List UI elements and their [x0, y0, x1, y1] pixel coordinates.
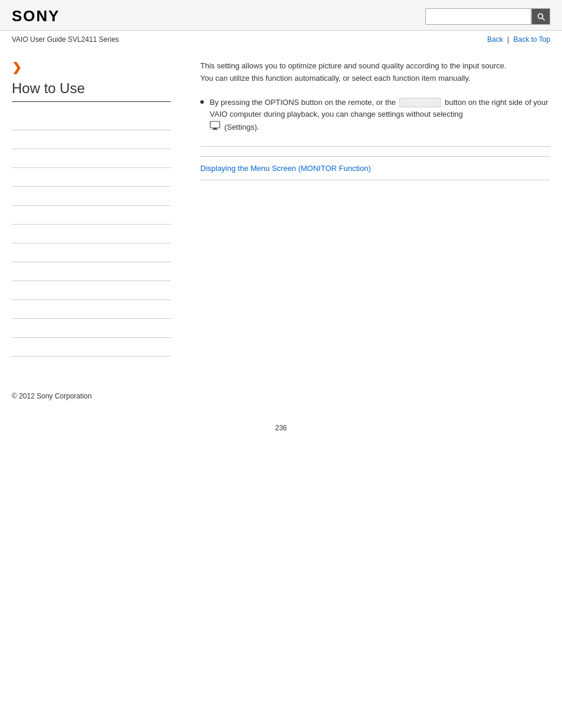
list-item[interactable] [12, 243, 171, 262]
settings-icon [210, 121, 220, 134]
list-item[interactable] [12, 187, 171, 206]
search-icon [536, 12, 546, 21]
search-button[interactable] [531, 8, 550, 25]
svg-rect-0 [210, 121, 220, 128]
list-item[interactable] [12, 225, 171, 243]
svg-rect-1 [213, 128, 217, 129]
list-item[interactable] [12, 130, 171, 149]
sidebar-chevron-icon: ❯ [12, 60, 171, 74]
list-item[interactable] [12, 281, 171, 300]
breadcrumb-guide-title: VAIO User Guide SVL2411 Series [12, 35, 119, 44]
sidebar: ❯ How to Use [0, 48, 183, 368]
list-item[interactable] [12, 149, 171, 168]
back-to-top-link[interactable]: Back to Top [514, 35, 550, 44]
related-links-section: Displaying the Menu Screen (MONITOR Func… [200, 156, 550, 180]
content-divider [200, 146, 550, 147]
main-layout: ❯ How to Use This setting allows you to … [0, 48, 562, 368]
search-input[interactable] [425, 8, 531, 25]
list-item[interactable] [12, 300, 171, 319]
page-footer: © 2012 Sony Corporation [0, 380, 562, 412]
list-item[interactable] [12, 262, 171, 281]
copyright-text: © 2012 Sony Corporation [12, 392, 92, 400]
breadcrumb-separator: | [507, 35, 509, 44]
list-item[interactable] [12, 206, 171, 225]
description-line1: This setting allows you to optimize pict… [200, 61, 507, 70]
page-header: SONY [0, 0, 562, 31]
list-item[interactable] [12, 111, 171, 130]
bullet-text-part3: (Settings). [224, 123, 259, 131]
sidebar-nav [12, 111, 171, 357]
list-item[interactable] [12, 338, 171, 357]
options-button-image [399, 98, 441, 107]
list-item[interactable] [12, 319, 171, 338]
breadcrumb-bar: VAIO User Guide SVL2411 Series Back | Ba… [0, 31, 562, 48]
description-line2: You can utilize this function automatica… [200, 74, 471, 83]
sidebar-title: How to Use [12, 80, 171, 102]
related-link-monitor-function[interactable]: Displaying the Menu Screen (MONITOR Func… [200, 164, 371, 173]
bullet-text: By pressing the OPTIONS button on the re… [210, 97, 550, 134]
bullet-dot [200, 100, 204, 104]
svg-rect-2 [212, 129, 218, 130]
content-area: This setting allows you to optimize pict… [183, 48, 562, 368]
bullet-text-part1: By pressing the OPTIONS button on the re… [210, 98, 396, 107]
back-link[interactable]: Back [487, 35, 503, 44]
content-description: This setting allows you to optimize pict… [200, 60, 550, 85]
breadcrumb-nav: Back | Back to Top [487, 35, 550, 44]
bullet-item: By pressing the OPTIONS button on the re… [200, 97, 550, 134]
page-number: 236 [0, 412, 562, 444]
list-item[interactable] [12, 168, 171, 187]
bullet-section: By pressing the OPTIONS button on the re… [200, 97, 550, 134]
sony-logo: SONY [12, 7, 60, 25]
search-area [425, 8, 550, 25]
